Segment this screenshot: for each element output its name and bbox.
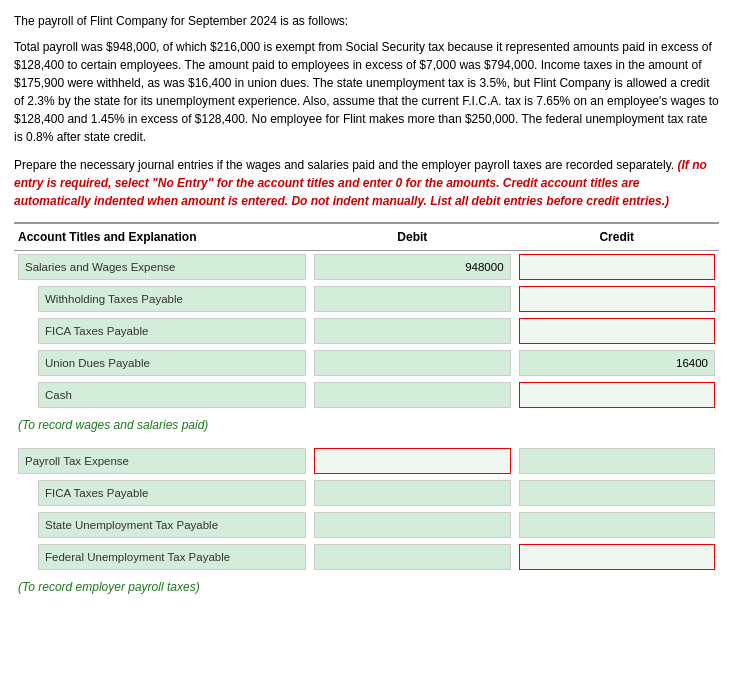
account-cell [14, 315, 310, 347]
note-row: (To record employer payroll taxes) [14, 573, 719, 607]
account-input[interactable] [38, 286, 306, 312]
debit-input[interactable] [314, 318, 510, 344]
debit-cell [310, 315, 514, 347]
debit-cell [310, 509, 514, 541]
account-cell [14, 541, 310, 573]
header-account: Account Titles and Explanation [14, 223, 310, 251]
account-input[interactable] [38, 350, 306, 376]
credit-cell [515, 509, 719, 541]
debit-cell [310, 347, 514, 379]
table-row [14, 509, 719, 541]
debit-input[interactable] [314, 512, 510, 538]
header-credit: Credit [515, 223, 719, 251]
header-debit: Debit [310, 223, 514, 251]
table-row [14, 445, 719, 477]
credit-cell [515, 541, 719, 573]
credit-input[interactable] [519, 254, 715, 280]
account-input[interactable] [18, 448, 306, 474]
intro-paragraph1: The payroll of Flint Company for Septemb… [14, 12, 719, 30]
instruction-paragraph: Prepare the necessary journal entries if… [14, 156, 719, 210]
account-input[interactable] [38, 318, 306, 344]
table-row [14, 315, 719, 347]
debit-cell [310, 379, 514, 411]
table-row [14, 477, 719, 509]
credit-input[interactable] [519, 544, 715, 570]
table-row [14, 251, 719, 284]
credit-cell [515, 251, 719, 284]
section2-note: (To record employer payroll taxes) [18, 580, 715, 594]
table-row [14, 347, 719, 379]
account-input[interactable] [18, 254, 306, 280]
section1-note: (To record wages and salaries paid) [18, 418, 715, 432]
credit-input[interactable] [519, 448, 715, 474]
account-input[interactable] [38, 480, 306, 506]
credit-cell [515, 445, 719, 477]
instruction-section: Prepare the necessary journal entries if… [14, 156, 719, 210]
account-cell [14, 347, 310, 379]
note-row: (To record wages and salaries paid) [14, 411, 719, 445]
credit-input[interactable] [519, 286, 715, 312]
debit-input[interactable] [314, 286, 510, 312]
account-cell [14, 251, 310, 284]
table-row [14, 379, 719, 411]
credit-cell [515, 283, 719, 315]
table-row [14, 283, 719, 315]
debit-input[interactable] [314, 254, 510, 280]
credit-cell [515, 477, 719, 509]
journal-table: Account Titles and Explanation Debit Cre… [14, 222, 719, 607]
debit-cell [310, 541, 514, 573]
credit-input[interactable] [519, 318, 715, 344]
account-input[interactable] [38, 382, 306, 408]
instruction-text1: Prepare the necessary journal entries if… [14, 158, 677, 172]
intro-paragraph2: Total payroll was $948,000, of which $21… [14, 38, 719, 146]
account-cell [14, 283, 310, 315]
credit-input[interactable] [519, 512, 715, 538]
account-cell [14, 477, 310, 509]
debit-input[interactable] [314, 382, 510, 408]
debit-cell [310, 445, 514, 477]
account-cell [14, 379, 310, 411]
debit-input[interactable] [314, 544, 510, 570]
debit-input[interactable] [314, 350, 510, 376]
intro-section: The payroll of Flint Company for Septemb… [14, 12, 719, 146]
credit-input[interactable] [519, 350, 715, 376]
account-input[interactable] [38, 512, 306, 538]
debit-input[interactable] [314, 480, 510, 506]
debit-cell [310, 251, 514, 284]
credit-input[interactable] [519, 480, 715, 506]
credit-cell [515, 347, 719, 379]
debit-input[interactable] [314, 448, 510, 474]
credit-input[interactable] [519, 382, 715, 408]
debit-cell [310, 477, 514, 509]
debit-cell [310, 283, 514, 315]
account-input[interactable] [38, 544, 306, 570]
account-cell [14, 445, 310, 477]
credit-cell [515, 379, 719, 411]
table-row [14, 541, 719, 573]
account-cell [14, 509, 310, 541]
credit-cell [515, 315, 719, 347]
